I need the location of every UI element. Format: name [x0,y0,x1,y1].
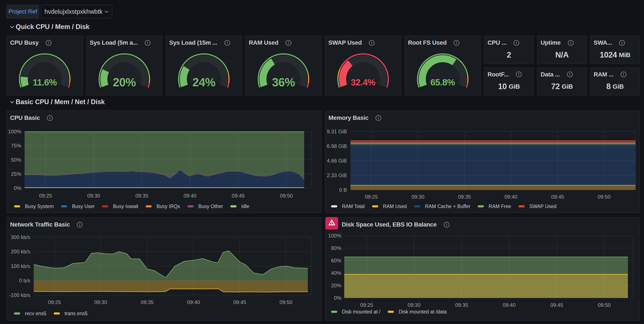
svg-text:09:40: 09:40 [187,299,200,305]
svg-text:09:25: 09:25 [39,193,52,198]
svg-text:9.31 GiB: 9.31 GiB [327,128,347,134]
svg-text:40%: 40% [331,270,341,276]
svg-text:09:50: 09:50 [598,194,610,200]
svg-text:09:35: 09:35 [455,302,468,308]
svg-text:100%: 100% [328,233,341,238]
svg-text:09:35: 09:35 [458,194,471,200]
svg-text:300 kb/s: 300 kb/s [11,234,30,240]
svg-text:-100 kb/s: -100 kb/s [9,292,30,298]
svg-text:09:35: 09:35 [141,299,154,305]
svg-text:09:40: 09:40 [504,194,517,200]
svg-text:4.66 GiB: 4.66 GiB [327,158,347,164]
svg-text:100 kb/s: 100 kb/s [11,263,30,269]
svg-text:09:50: 09:50 [280,299,292,305]
svg-text:09:30: 09:30 [408,302,420,308]
svg-text:6.98 GiB: 6.98 GiB [327,143,347,149]
svg-text:09:30: 09:30 [412,194,424,200]
svg-text:0%: 0% [334,295,341,301]
svg-text:09:45: 09:45 [550,302,563,308]
svg-text:20%: 20% [331,282,341,288]
svg-text:09:45: 09:45 [551,194,564,200]
svg-text:09:50: 09:50 [598,302,611,308]
svg-text:09:30: 09:30 [87,193,100,198]
svg-text:09:50: 09:50 [280,193,293,198]
svg-text:25%: 25% [11,171,21,177]
svg-text:09:35: 09:35 [136,193,148,198]
svg-text:0 B: 0 B [339,187,347,193]
svg-text:80%: 80% [331,245,341,251]
svg-text:60%: 60% [331,258,341,264]
svg-text:0 b/s: 0 b/s [19,278,30,284]
svg-text:09:25: 09:25 [48,299,61,305]
svg-text:09:25: 09:25 [360,302,373,308]
svg-text:09:40: 09:40 [503,302,516,308]
svg-text:09:25: 09:25 [365,194,378,200]
svg-text:09:30: 09:30 [94,299,107,305]
svg-text:09:40: 09:40 [184,193,196,198]
svg-text:50%: 50% [11,157,21,163]
svg-text:100%: 100% [8,128,21,134]
svg-text:75%: 75% [11,143,21,148]
svg-text:200 kb/s: 200 kb/s [11,249,30,254]
svg-text:0%: 0% [14,185,21,191]
svg-text:09:45: 09:45 [233,299,246,305]
svg-text:2.33 GiB: 2.33 GiB [327,172,347,178]
svg-text:09:45: 09:45 [232,193,245,198]
